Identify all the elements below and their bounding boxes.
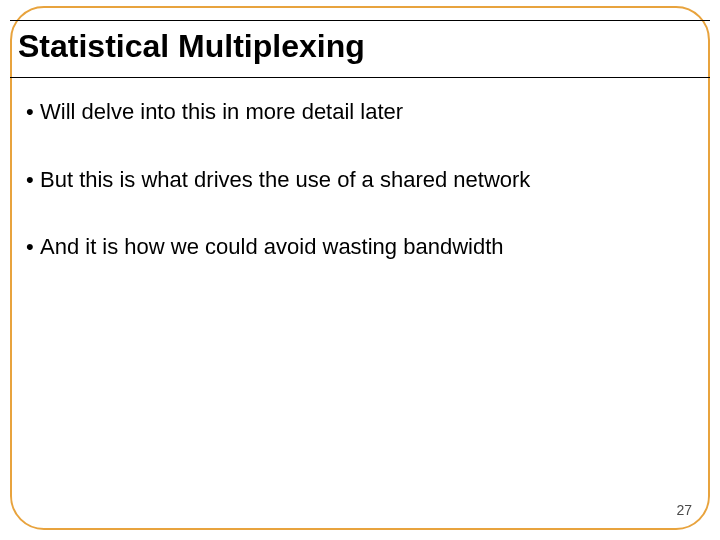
slide-title: Statistical Multiplexing [18,28,365,65]
slide: Statistical Multiplexing •Will delve int… [0,0,720,540]
bullet-item: •But this is what drives the use of a sh… [26,166,694,194]
bullet-text: But this is what drives the use of a sha… [40,167,530,192]
slide-body: •Will delve into this in more detail lat… [26,98,694,301]
title-rule-top [10,20,710,21]
bullet-dot-icon: • [26,233,40,261]
bullet-item: •And it is how we could avoid wasting ba… [26,233,694,261]
bullet-dot-icon: • [26,166,40,194]
bullet-dot-icon: • [26,98,40,126]
bullet-item: •Will delve into this in more detail lat… [26,98,694,126]
title-rule-bottom [10,77,710,78]
page-number: 27 [676,502,692,518]
bullet-text: And it is how we could avoid wasting ban… [40,234,504,259]
bullet-text: Will delve into this in more detail late… [40,99,403,124]
title-bar: Statistical Multiplexing [10,20,710,78]
